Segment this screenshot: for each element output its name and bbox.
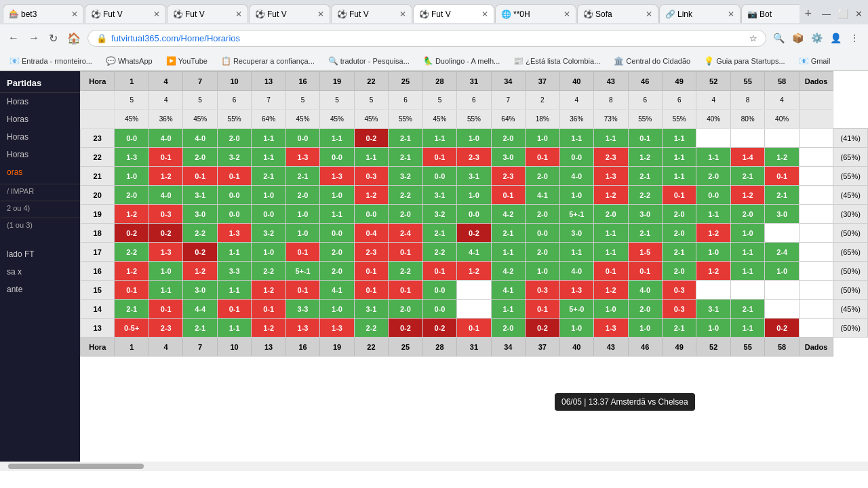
score-cell[interactable]: 1-0	[285, 205, 319, 224]
score-cell[interactable]: 0-2	[422, 319, 456, 338]
score-cell[interactable]: 1-2	[628, 148, 662, 167]
score-cell[interactable]: 0-1	[389, 243, 422, 262]
score-cell[interactable]: 0-1	[422, 148, 456, 167]
back-button[interactable]: ←	[5, 30, 22, 45]
score-cell[interactable]: 2-4	[765, 243, 799, 262]
score-cell[interactable]: 2-0	[115, 186, 149, 205]
score-cell[interactable]: 3-0	[183, 205, 217, 224]
score-cell[interactable]: 2-0	[594, 205, 628, 224]
score-cell[interactable]: 0-1	[285, 243, 319, 262]
score-cell[interactable]: 1-0	[628, 319, 662, 338]
score-cell[interactable]: 0-1	[217, 167, 251, 186]
browser-tab-t8[interactable]: ⚽Sofa✕	[577, 4, 658, 23]
search-icon[interactable]: 🔍	[770, 30, 787, 46]
browser-tab-t4[interactable]: ⚽Fut V✕	[249, 4, 330, 23]
bookmark-item[interactable]: 💬WhatsApp	[102, 55, 157, 67]
score-cell[interactable]: 2-3	[594, 148, 628, 167]
score-cell[interactable]: 0-1	[662, 186, 696, 205]
tab-close-icon[interactable]: ✕	[728, 9, 734, 19]
score-cell[interactable]: 2-2	[389, 186, 422, 205]
horizontal-scrollbar[interactable]	[0, 462, 868, 471]
score-cell[interactable]: 3-2	[389, 167, 422, 186]
score-cell[interactable]: 0-3	[149, 205, 182, 224]
score-cell[interactable]: 0-0	[457, 205, 491, 224]
sidebar-nav-item[interactable]: oras	[0, 163, 80, 181]
score-cell[interactable]: 1-2	[765, 148, 799, 167]
score-cell[interactable]: 4-0	[183, 129, 217, 148]
score-cell[interactable]: 1-2	[696, 224, 730, 243]
score-cell[interactable]: 0-0	[115, 129, 149, 148]
score-cell[interactable]: 1-1	[217, 281, 251, 300]
score-cell[interactable]: 1-1	[217, 243, 251, 262]
score-cell[interactable]: 4-1	[526, 186, 559, 205]
score-cell[interactable]: 0-3	[662, 300, 696, 319]
score-cell[interactable]: 2-0	[696, 167, 730, 186]
score-cell[interactable]: 4-1	[491, 281, 525, 300]
score-cell[interactable]: 2-0	[320, 262, 354, 281]
score-cell[interactable]: 3-0	[491, 148, 525, 167]
score-cell[interactable]	[730, 129, 764, 148]
score-cell[interactable]: 1-2	[457, 262, 491, 281]
new-tab-button[interactable]: +	[800, 7, 816, 21]
score-cell[interactable]: 1-0	[252, 186, 285, 205]
score-cell[interactable]: 1-1	[491, 243, 525, 262]
bookmark-item[interactable]: 🏛️Central do Cidadão	[610, 55, 694, 67]
score-cell[interactable]: 0-1	[354, 281, 388, 300]
score-cell[interactable]: 3-1	[354, 300, 388, 319]
tab-close-icon[interactable]: ✕	[646, 9, 652, 19]
score-cell[interactable]: 2-3	[149, 319, 182, 338]
score-cell[interactable]: 4-0	[559, 262, 593, 281]
score-cell[interactable]: 2-0	[285, 186, 319, 205]
score-cell[interactable]: 1-1	[320, 205, 354, 224]
scrollbar-thumb[interactable]	[8, 464, 144, 469]
score-cell[interactable]: 3-1	[696, 300, 730, 319]
score-cell[interactable]: 2-1	[730, 300, 764, 319]
score-cell[interactable]: 2-1	[389, 129, 422, 148]
score-cell[interactable]: 1-0	[696, 243, 730, 262]
score-cell[interactable]: 2-1	[730, 167, 764, 186]
score-cell[interactable]	[799, 129, 833, 148]
score-cell[interactable]: 1-2	[115, 262, 149, 281]
score-cell[interactable]: 1-3	[559, 281, 593, 300]
score-cell[interactable]: 1-1	[559, 243, 593, 262]
sidebar-bottom-item[interactable]: ante	[0, 281, 80, 298]
score-cell[interactable]: 3-0	[559, 224, 593, 243]
score-cell[interactable]: 0-3	[354, 167, 388, 186]
score-cell[interactable]: 3-1	[457, 167, 491, 186]
score-cell[interactable]: 0-0	[422, 281, 456, 300]
score-cell[interactable]: 1-1	[730, 243, 764, 262]
score-cell[interactable]: 2-1	[628, 224, 662, 243]
score-cell[interactable]: 0-0	[559, 148, 593, 167]
score-cell[interactable]: 4-0	[628, 281, 662, 300]
score-cell[interactable]: 2-0	[389, 300, 422, 319]
score-cell[interactable]: 0-1	[354, 262, 388, 281]
score-cell[interactable]: 4-0	[149, 129, 182, 148]
score-cell[interactable]: 0-2	[526, 319, 559, 338]
score-cell[interactable]: 2-2	[628, 186, 662, 205]
score-cell[interactable]: 2-0	[389, 205, 422, 224]
browser-tab-t2[interactable]: ⚽Fut V✕	[85, 4, 166, 23]
sidebar-bottom-item[interactable]: lado FT	[0, 245, 80, 263]
score-cell[interactable]: 0-2	[765, 319, 799, 338]
score-cell[interactable]	[765, 224, 799, 243]
score-cell[interactable]	[799, 243, 833, 262]
score-cell[interactable]: 1-3	[285, 319, 319, 338]
score-cell[interactable]: 2-2	[389, 262, 422, 281]
sidebar-bottom-item[interactable]: sa x	[0, 263, 80, 281]
extension-icon[interactable]: 📦	[789, 30, 806, 46]
score-cell[interactable]: 0-0	[354, 205, 388, 224]
score-cell[interactable]: 1-1	[594, 129, 628, 148]
tab-close-icon[interactable]: ✕	[564, 9, 570, 19]
score-cell[interactable]: 2-0	[526, 167, 559, 186]
score-cell[interactable]: 3-2	[422, 205, 456, 224]
score-cell[interactable]	[799, 148, 833, 167]
score-cell[interactable]: 0-0	[696, 186, 730, 205]
browser-tab-t6[interactable]: ⚽Fut V✕	[413, 4, 494, 23]
score-cell[interactable]: 0-3	[662, 281, 696, 300]
score-cell[interactable]: 2-2	[115, 243, 149, 262]
score-cell[interactable]: 5+-0	[559, 300, 593, 319]
score-cell[interactable]: 1-2	[594, 186, 628, 205]
score-cell[interactable]: 0-1	[491, 186, 525, 205]
bookmark-item[interactable]: 📰¿Está lista Colombia...	[509, 55, 604, 67]
score-cell[interactable]: 4-1	[457, 243, 491, 262]
